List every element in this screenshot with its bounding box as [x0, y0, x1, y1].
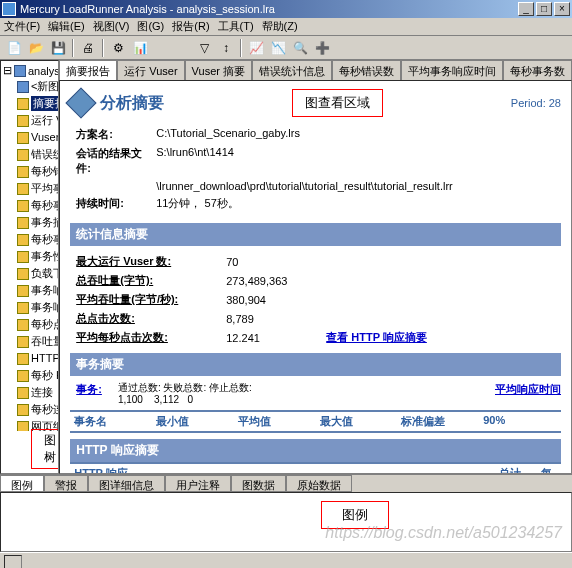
- meta-duration-label: 持续时间:: [76, 196, 156, 211]
- menu-view[interactable]: 视图(V): [93, 19, 130, 34]
- stat-value: 8,789: [226, 313, 326, 325]
- graph-icon: [17, 353, 29, 365]
- tree-item[interactable]: 吞吐量: [3, 333, 56, 350]
- trans-section-header: 事务摘要: [70, 353, 561, 376]
- main-tabs: 摘要报告 运行 Vuser Vuser 摘要 错误统计信息 每秒错误数 平均事务…: [59, 60, 572, 80]
- main-pane: 摘要报告 运行 Vuser Vuser 摘要 错误统计信息 每秒错误数 平均事务…: [59, 60, 572, 474]
- period-label: Period: 28: [511, 97, 561, 109]
- tree-item-label: 平均事务响应时间: [31, 181, 58, 196]
- http-col-count: 总计: [360, 466, 541, 474]
- separator: [102, 39, 104, 57]
- btab-details[interactable]: 图详细信息: [88, 475, 165, 492]
- btab-raw[interactable]: 原始数据: [286, 475, 352, 492]
- menu-file[interactable]: 文件(F): [4, 19, 40, 34]
- tree-item[interactable]: 负载下的事务响应: [3, 265, 56, 282]
- tab-errors-per-sec[interactable]: 每秒错误数: [332, 60, 401, 80]
- meta-session-value1: S:\lrun6\nt\1414: [156, 146, 561, 176]
- tree-item[interactable]: 事务响应时间（: [3, 299, 56, 316]
- save-icon[interactable]: 💾: [48, 38, 68, 58]
- graph-icon: [17, 166, 29, 178]
- tree-item-label: 负载下的事务响应: [31, 266, 58, 281]
- stat-value: 380,904: [226, 294, 326, 306]
- graph-icon: [17, 370, 29, 382]
- graph-icon: [17, 251, 29, 263]
- sort-icon[interactable]: ↕: [216, 38, 236, 58]
- chart-icon[interactable]: 📉: [268, 38, 288, 58]
- tab-avg-trans-resp[interactable]: 平均事务响应时间: [401, 60, 503, 80]
- tab-error-stats[interactable]: 错误统计信息: [252, 60, 332, 80]
- btab-alerts[interactable]: 警报: [44, 475, 88, 492]
- status-cell: [4, 555, 22, 569]
- tree-root[interactable]: ⊟ analysis_session.l: [3, 63, 56, 78]
- collapse-icon[interactable]: ⊟: [3, 64, 12, 77]
- menu-tools[interactable]: 工具(T): [218, 19, 254, 34]
- trans-service-link[interactable]: 事务:: [76, 382, 102, 406]
- btab-data[interactable]: 图数据: [231, 475, 286, 492]
- avg-resp-link[interactable]: 平均响应时间: [495, 382, 561, 406]
- stat-row: 平均吞吐量(字节/秒):380,904: [76, 290, 561, 309]
- close-button[interactable]: ×: [554, 2, 570, 16]
- tab-trans-per-sec[interactable]: 每秒事务数: [503, 60, 572, 80]
- tree-item[interactable]: 事务性能摘要: [3, 248, 56, 265]
- tree-callout: 图树: [31, 429, 59, 469]
- diamond-icon: [66, 87, 97, 118]
- tree-item-label: Vuser 摘要: [31, 130, 58, 145]
- tree-item[interactable]: 每秒事务数: [3, 197, 56, 214]
- report-title: 分析摘要: [100, 93, 164, 114]
- menu-graph[interactable]: 图(G): [137, 19, 164, 34]
- filter-icon[interactable]: ▽: [194, 38, 214, 58]
- graph-icon: [17, 302, 29, 314]
- tree-item[interactable]: 事务摘要: [3, 214, 56, 231]
- tree-item[interactable]: HTTP 状态代码摘: [3, 350, 56, 367]
- status-bar: [0, 552, 572, 568]
- menu-bar: 文件(F) 编辑(E) 视图(V) 图(G) 报告(R) 工具(T) 帮助(Z): [0, 18, 572, 36]
- meta-block: 方案名:C:\Tutorial_Scenario_gaby.lrs 会话的结果文…: [76, 125, 561, 213]
- meta-session-value2: \lrunner_download\prd\tutorial\tutorial_…: [156, 180, 561, 192]
- open-icon[interactable]: 📂: [26, 38, 46, 58]
- btab-notes[interactable]: 用户注释: [165, 475, 231, 492]
- graph-icon: [17, 98, 29, 110]
- new-icon[interactable]: 📄: [4, 38, 24, 58]
- minimize-button[interactable]: _: [518, 2, 534, 16]
- view-area-callout: 图查看区域: [292, 89, 383, 117]
- tree-item[interactable]: 每秒连接数: [3, 401, 56, 418]
- tab-running-vuser[interactable]: 运行 Vuser: [117, 60, 184, 80]
- graph-icon: [17, 81, 29, 93]
- tree-item[interactable]: 连接: [3, 384, 56, 401]
- tree-item[interactable]: Vuser 摘要: [3, 129, 56, 146]
- tree-item[interactable]: 错误统计信息: [3, 146, 56, 163]
- tree-item-label: HTTP 状态代码摘: [31, 351, 58, 366]
- tab-summary[interactable]: 摘要报告: [59, 60, 117, 80]
- stats-section-header: 统计信息摘要: [70, 223, 561, 246]
- print-icon[interactable]: 🖨: [78, 38, 98, 58]
- tab-vuser-summary[interactable]: Vuser 摘要: [185, 60, 252, 80]
- meta-scheme-label: 方案名:: [76, 127, 156, 142]
- tree-item[interactable]: 平均事务响应时间: [3, 180, 56, 197]
- tree-item[interactable]: 每秒点击次数: [3, 316, 56, 333]
- btab-legend[interactable]: 图例: [0, 475, 44, 492]
- stat-key: 平均每秒点击次数:: [76, 330, 226, 345]
- tree-item[interactable]: 每秒事务总数: [3, 231, 56, 248]
- chart-icon[interactable]: ➕: [312, 38, 332, 58]
- menu-edit[interactable]: 编辑(E): [48, 19, 85, 34]
- tree-item[interactable]: 摘要报告: [3, 95, 56, 112]
- tool-icon[interactable]: 📊: [130, 38, 150, 58]
- tree-item[interactable]: 每秒 HTTP 响应数: [3, 367, 56, 384]
- tool-icon[interactable]: ⚙: [108, 38, 128, 58]
- trans-header: 事务: 通过总数: 失败总数: 停止总数: 1,100 3,112 0 平均响应…: [76, 382, 561, 406]
- maximize-button[interactable]: □: [536, 2, 552, 16]
- chart-icon[interactable]: 🔍: [290, 38, 310, 58]
- tree-item-label: 每秒错误数: [31, 164, 58, 179]
- stat-value: 12.241: [226, 332, 326, 344]
- tree-item[interactable]: 事务响应时间（: [3, 282, 56, 299]
- chart-icon[interactable]: 📈: [246, 38, 266, 58]
- graph-icon: [17, 132, 29, 144]
- tree-item[interactable]: 运行 Vuser: [3, 112, 56, 129]
- tree-new-graph[interactable]: <新图>: [3, 78, 56, 95]
- tree-item-label: 事务响应时间（: [31, 300, 58, 315]
- tree-item-label: 每秒 HTTP 响应数: [31, 368, 58, 383]
- tree-item[interactable]: 每秒错误数: [3, 163, 56, 180]
- menu-report[interactable]: 报告(R): [172, 19, 209, 34]
- stat-link[interactable]: 查看 HTTP 响应摘要: [326, 330, 427, 345]
- menu-help[interactable]: 帮助(Z): [262, 19, 298, 34]
